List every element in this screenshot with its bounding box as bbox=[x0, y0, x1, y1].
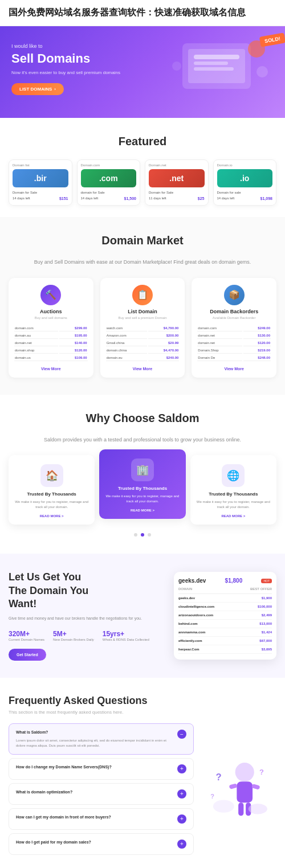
faq-item-3[interactable]: How can I get my domain in front of more… bbox=[9, 808, 194, 830]
why-section: Why Choose Saldom Saldom provides you wi… bbox=[0, 395, 285, 554]
domain-item-1-name: cloudintelligence.com bbox=[178, 605, 214, 608]
svg-text:?: ? bbox=[259, 768, 264, 777]
why-card-2-text: We make it easy for you to register, man… bbox=[196, 499, 271, 510]
featured-card-1-header: Domain.com bbox=[78, 160, 140, 169]
list-item: annmamma.com $1,424 bbox=[178, 628, 272, 637]
faq-item-1[interactable]: How do I change my Domain Name Servers(D… bbox=[9, 758, 194, 780]
faq-item-1-question: How do I change my Domain Name Servers(D… bbox=[16, 764, 173, 770]
featured-card-3-days: 14 days left bbox=[217, 196, 235, 200]
why-dot-1-active[interactable] bbox=[141, 533, 144, 537]
table-row: Amazon.com$200.00 bbox=[106, 333, 180, 339]
table-row: watch.com$4,790.00 bbox=[106, 325, 180, 331]
hero-heading: Sell Domains bbox=[11, 51, 137, 66]
auctions-icon: 🔨 bbox=[40, 285, 61, 305]
why-card-0: 🏠 Trusted By Thousands We make it easy f… bbox=[9, 455, 95, 525]
featured-card-3-forsale: Domain for sale bbox=[217, 191, 273, 194]
get-domain-content: Let Us Get You The Domain You Want! Give… bbox=[9, 571, 165, 661]
domain-col-header-offer: BEST OFFER bbox=[250, 587, 272, 591]
svg-point-8 bbox=[235, 763, 254, 782]
why-card-2-icon: 🌐 bbox=[222, 464, 245, 487]
domain-col-header-name: DOMAIN bbox=[178, 587, 192, 591]
page-title: 国外免费网站域名服务器查询软件：快速准确获取域名信息 bbox=[9, 7, 276, 19]
svg-rect-3 bbox=[194, 62, 228, 65]
list-item: behind.com $13,000 bbox=[178, 620, 272, 628]
faq-item-4[interactable]: How do I get paid for my domain sales? + bbox=[9, 833, 194, 855]
svg-text:?: ? bbox=[210, 793, 214, 800]
stat-0: 320M+ Current Domain Names bbox=[9, 630, 44, 641]
faq-intro: This section is the most frequently aske… bbox=[9, 710, 276, 715]
domain-item-3-price: $13,000 bbox=[259, 622, 272, 625]
svg-rect-4 bbox=[194, 67, 234, 71]
hero-btn-label: LIST DOMAINS bbox=[19, 87, 52, 92]
why-card-2: 🌐 Trusted By Thousands We make it easy f… bbox=[190, 455, 276, 525]
market-col-backorders: 📦 Domain Backorders Available Domain Bac… bbox=[192, 278, 276, 378]
backorders-view-more[interactable]: View More bbox=[196, 367, 272, 371]
faq-item-1-toggle-icon[interactable]: + bbox=[177, 764, 186, 773]
table-row: domain.com$249.00 bbox=[197, 325, 271, 331]
why-card-1-icon: 🏢 bbox=[131, 458, 154, 481]
faq-item-2-toggle-icon[interactable]: + bbox=[177, 789, 186, 799]
list-domain-icon: 📋 bbox=[132, 285, 153, 305]
featured-card-1-days: 14 days left bbox=[81, 196, 99, 200]
svg-text:?: ? bbox=[215, 772, 221, 783]
domain-list-header: DOMAIN BEST OFFER bbox=[178, 587, 272, 594]
backorders-title: Domain Backorders bbox=[196, 309, 272, 314]
why-card-2-readmore[interactable]: READ MORE > bbox=[196, 514, 271, 518]
featured-card-2[interactable]: Domain.net .net Domain for Sale 11 days … bbox=[145, 159, 209, 206]
svg-point-6 bbox=[256, 66, 268, 77]
featured-card-1[interactable]: Domain.com .com domain for Sale 14 days … bbox=[77, 159, 141, 206]
table-row: domain.net$120.00 bbox=[197, 340, 271, 346]
market-grid: 🔨 Auctions Buy and sell domains domain.c… bbox=[9, 278, 276, 378]
featured-card-3-header: Domain.io bbox=[214, 160, 276, 169]
market-col-auctions: 🔨 Auctions Buy and sell domains domain.c… bbox=[9, 278, 93, 378]
why-dot-2[interactable] bbox=[148, 533, 151, 537]
table-row: domain.us$109.00 bbox=[14, 355, 88, 361]
why-dot-0[interactable] bbox=[134, 533, 137, 537]
table-row: domain.china$4,470.00 bbox=[106, 347, 180, 354]
faq-item-4-toggle-icon[interactable]: + bbox=[177, 840, 186, 849]
faq-heading: Frequently Asked Questions bbox=[9, 695, 276, 707]
hero-illustration: SOLD! bbox=[165, 32, 285, 106]
featured-card-2-price: $25 bbox=[198, 196, 205, 200]
why-navigation bbox=[9, 533, 276, 537]
svg-rect-11 bbox=[251, 784, 260, 790]
faq-item-0-content: What is Saldom? Lorem ipsum dolor sit am… bbox=[16, 730, 173, 748]
table-row: domain.net$140.00 bbox=[14, 340, 88, 346]
why-card-1-readmore[interactable]: READ MORE > bbox=[105, 509, 180, 512]
faq-item-0-toggle-icon[interactable]: − bbox=[177, 730, 186, 739]
svg-rect-10 bbox=[229, 784, 238, 790]
get-domain-heading: Let Us Get You The Domain You Want! bbox=[9, 571, 165, 611]
market-col-list: 📋 List Domain Buy and sell a premium Dom… bbox=[100, 278, 185, 378]
stat-0-number: 320M+ bbox=[9, 630, 44, 638]
stat-2: 15yrs+ Whois & RDNS Data Collected bbox=[103, 630, 149, 641]
featured-title: Featured bbox=[9, 135, 276, 148]
featured-card-3-badge: .io bbox=[217, 169, 273, 187]
auctions-table: domain.com$299.00 domain.au$195.00 domai… bbox=[13, 324, 89, 362]
list-item: arizonaoutdoors.com $2,499 bbox=[178, 611, 272, 620]
stat-1-label: New Domain Brokers Daily bbox=[53, 638, 94, 641]
why-card-0-readmore[interactable]: READ MORE > bbox=[14, 514, 89, 518]
featured-card-0-forsale: Domain for Sale bbox=[13, 191, 68, 194]
faq-svg: ? ? ? bbox=[205, 756, 274, 825]
domain-item-1-price: $100,000 bbox=[258, 605, 272, 608]
table-row: domain.eu$240.00 bbox=[106, 355, 180, 361]
stat-1: 5M+ New Domain Brokers Daily bbox=[53, 630, 94, 641]
domain-item-4-price: $1,424 bbox=[262, 630, 272, 634]
domain-item-5-price: $67,000 bbox=[259, 639, 272, 642]
get-started-button[interactable]: Get Started bbox=[9, 649, 46, 661]
svg-point-7 bbox=[172, 62, 181, 71]
faq-item-0[interactable]: What is Saldom? Lorem ipsum dolor sit am… bbox=[9, 723, 194, 755]
featured-domain-name: geeks.dev bbox=[178, 578, 206, 584]
hero-list-domains-button[interactable]: LIST DOMAINS › bbox=[11, 83, 64, 95]
auctions-view-more[interactable]: View More bbox=[13, 367, 89, 371]
faq-item-2[interactable]: What is domain optimization? + bbox=[9, 783, 194, 805]
list-domain-view-more[interactable]: View More bbox=[105, 367, 181, 371]
why-card-0-text: We make it easy for you to register, man… bbox=[14, 499, 89, 510]
stat-1-number: 5M+ bbox=[53, 630, 94, 638]
faq-item-3-toggle-icon[interactable]: + bbox=[177, 814, 186, 824]
featured-card-2-days: 11 days left bbox=[149, 196, 166, 200]
svg-rect-12 bbox=[238, 803, 243, 816]
featured-card-0[interactable]: Domain list .bir Domain for Sale 14 days… bbox=[9, 159, 72, 206]
why-card-0-icon: 🏠 bbox=[40, 464, 63, 487]
featured-card-3[interactable]: Domain.io .io Domain for sale 14 days le… bbox=[213, 159, 277, 206]
